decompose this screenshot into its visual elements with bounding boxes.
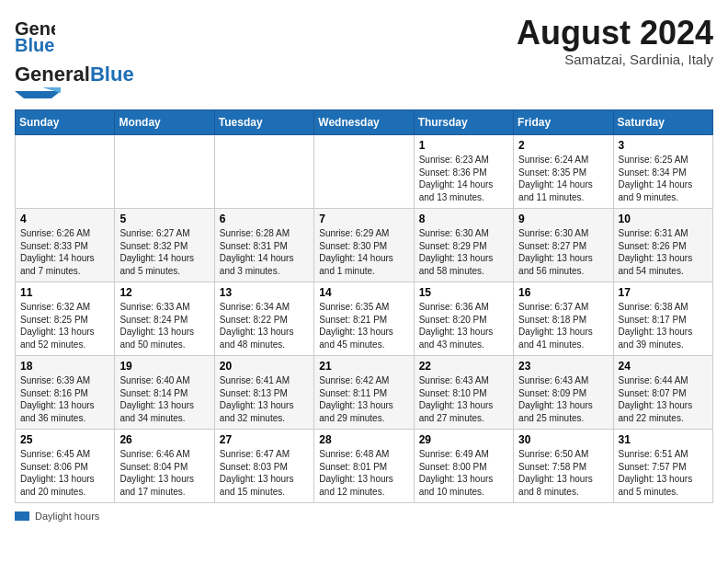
calendar-cell: 2Sunrise: 6:24 AM Sunset: 8:35 PM Daylig… [514,135,613,209]
day-number: 14 [319,286,408,299]
cell-info: Sunrise: 6:51 AM Sunset: 7:57 PM Dayligh… [619,448,708,498]
day-number: 21 [319,360,408,373]
cell-info: Sunrise: 6:38 AM Sunset: 8:17 PM Dayligh… [619,301,708,350]
calendar-day-header: Wednesday [314,110,414,135]
day-number: 20 [220,360,309,373]
day-number: 2 [518,139,608,152]
day-number: 11 [20,286,109,299]
calendar-cell: 16Sunrise: 6:37 AM Sunset: 8:18 PM Dayli… [514,282,613,356]
cell-info: Sunrise: 6:23 AM Sunset: 8:36 PM Dayligh… [419,154,508,203]
day-number: 10 [619,213,708,225]
calendar-cell [314,135,414,209]
day-number: 16 [518,286,608,299]
calendar-day-header: Tuesday [214,110,313,135]
calendar-cell: 27Sunrise: 6:47 AM Sunset: 8:03 PM Dayli… [214,430,313,503]
calendar-cell: 18Sunrise: 6:39 AM Sunset: 8:16 PM Dayli… [16,356,115,430]
calendar-day-header: Monday [115,110,214,135]
cell-info: Sunrise: 6:45 AM Sunset: 8:06 PM Dayligh… [20,448,109,498]
day-number: 25 [20,433,109,446]
calendar-cell: 25Sunrise: 6:45 AM Sunset: 8:06 PM Dayli… [16,430,115,503]
day-number: 27 [220,433,309,446]
cell-info: Sunrise: 6:33 AM Sunset: 8:24 PM Dayligh… [119,301,209,350]
calendar-cell: 10Sunrise: 6:31 AM Sunset: 8:26 PM Dayli… [613,209,712,282]
day-number: 1 [419,139,508,152]
cell-info: Sunrise: 6:41 AM Sunset: 8:13 PM Dayligh… [220,374,309,424]
calendar-cell: 3Sunrise: 6:25 AM Sunset: 8:34 PM Daylig… [613,135,712,209]
calendar-cell: 17Sunrise: 6:38 AM Sunset: 8:17 PM Dayli… [613,282,712,356]
calendar-day-header: Friday [514,110,613,135]
calendar-week-row: 11Sunrise: 6:32 AM Sunset: 8:25 PM Dayli… [16,282,713,356]
calendar-cell: 14Sunrise: 6:35 AM Sunset: 8:21 PM Dayli… [314,282,414,356]
calendar-cell: 29Sunrise: 6:49 AM Sunset: 8:00 PM Dayli… [414,430,513,503]
calendar-cell: 26Sunrise: 6:46 AM Sunset: 8:04 PM Dayli… [115,430,214,503]
cell-info: Sunrise: 6:30 AM Sunset: 8:29 PM Dayligh… [419,227,508,277]
cell-info: Sunrise: 6:30 AM Sunset: 8:27 PM Dayligh… [518,227,608,277]
logo-wave [15,87,61,98]
day-number: 26 [119,433,209,446]
day-number: 15 [419,286,508,299]
cell-info: Sunrise: 6:35 AM Sunset: 8:21 PM Dayligh… [319,301,408,350]
calendar-cell: 28Sunrise: 6:48 AM Sunset: 8:01 PM Dayli… [314,430,414,503]
calendar-cell: 24Sunrise: 6:44 AM Sunset: 8:07 PM Dayli… [613,356,712,430]
calendar-day-header: Thursday [414,110,513,135]
day-number: 8 [419,213,508,225]
calendar-cell: 15Sunrise: 6:36 AM Sunset: 8:20 PM Dayli… [414,282,513,356]
logo-blue: Blue [90,63,134,86]
cell-info: Sunrise: 6:26 AM Sunset: 8:33 PM Dayligh… [20,227,109,277]
calendar-cell [214,135,313,209]
day-number: 17 [619,286,708,299]
calendar-cell: 7Sunrise: 6:29 AM Sunset: 8:30 PM Daylig… [314,209,414,282]
cell-info: Sunrise: 6:50 AM Sunset: 7:58 PM Dayligh… [518,448,608,498]
calendar-cell [115,135,214,209]
calendar-cell [16,135,115,209]
cell-info: Sunrise: 6:43 AM Sunset: 8:09 PM Dayligh… [518,374,608,424]
calendar-cell: 31Sunrise: 6:51 AM Sunset: 7:57 PM Dayli… [613,430,712,503]
cell-info: Sunrise: 6:49 AM Sunset: 8:00 PM Dayligh… [419,448,508,498]
cell-info: Sunrise: 6:37 AM Sunset: 8:18 PM Dayligh… [518,301,608,350]
cell-info: Sunrise: 6:28 AM Sunset: 8:31 PM Dayligh… [220,227,309,277]
calendar-cell: 20Sunrise: 6:41 AM Sunset: 8:13 PM Dayli… [214,356,313,430]
month-title: August 2024 [517,15,713,52]
cell-info: Sunrise: 6:31 AM Sunset: 8:26 PM Dayligh… [619,227,708,277]
logo: General Blue GeneralBlue [15,15,134,98]
calendar-table: SundayMondayTuesdayWednesdayThursdayFrid… [15,109,713,503]
cell-info: Sunrise: 6:48 AM Sunset: 8:01 PM Dayligh… [319,448,408,498]
calendar-cell: 13Sunrise: 6:34 AM Sunset: 8:22 PM Dayli… [214,282,313,356]
calendar-cell: 23Sunrise: 6:43 AM Sunset: 8:09 PM Dayli… [514,356,613,430]
calendar-day-header: Sunday [16,110,115,135]
calendar-cell: 9Sunrise: 6:30 AM Sunset: 8:27 PM Daylig… [514,209,613,282]
day-number: 30 [518,433,608,446]
cell-info: Sunrise: 6:27 AM Sunset: 8:32 PM Dayligh… [119,227,209,277]
legend-label: Daylight hours [35,511,99,522]
cell-info: Sunrise: 6:39 AM Sunset: 8:16 PM Dayligh… [20,374,109,424]
day-number: 7 [319,213,408,225]
legend-color-box [15,511,29,521]
day-number: 28 [319,433,408,446]
logo-general: General [15,63,90,86]
calendar-cell: 12Sunrise: 6:33 AM Sunset: 8:24 PM Dayli… [115,282,214,356]
calendar-cell: 11Sunrise: 6:32 AM Sunset: 8:25 PM Dayli… [16,282,115,356]
cell-info: Sunrise: 6:25 AM Sunset: 8:34 PM Dayligh… [619,154,708,203]
day-number: 24 [619,360,708,373]
cell-info: Sunrise: 6:40 AM Sunset: 8:14 PM Dayligh… [119,374,209,424]
calendar-week-row: 1Sunrise: 6:23 AM Sunset: 8:36 PM Daylig… [16,135,713,209]
cell-info: Sunrise: 6:43 AM Sunset: 8:10 PM Dayligh… [419,374,508,424]
cell-info: Sunrise: 6:42 AM Sunset: 8:11 PM Dayligh… [319,374,408,424]
logo-icon: General Blue [15,15,55,55]
legend: Daylight hours [15,511,713,522]
cell-info: Sunrise: 6:47 AM Sunset: 8:03 PM Dayligh… [220,448,309,498]
day-number: 29 [419,433,508,446]
title-block: August 2024 Samatzai, Sardinia, Italy [517,15,713,67]
cell-info: Sunrise: 6:46 AM Sunset: 8:04 PM Dayligh… [119,448,209,498]
calendar-cell: 21Sunrise: 6:42 AM Sunset: 8:11 PM Dayli… [314,356,414,430]
day-number: 19 [119,360,209,373]
cell-info: Sunrise: 6:32 AM Sunset: 8:25 PM Dayligh… [20,301,109,350]
cell-info: Sunrise: 6:34 AM Sunset: 8:22 PM Dayligh… [220,301,309,350]
calendar-week-row: 25Sunrise: 6:45 AM Sunset: 8:06 PM Dayli… [16,430,713,503]
svg-marker-2 [15,91,61,98]
day-number: 22 [419,360,508,373]
calendar-cell: 4Sunrise: 6:26 AM Sunset: 8:33 PM Daylig… [16,209,115,282]
calendar-cell: 6Sunrise: 6:28 AM Sunset: 8:31 PM Daylig… [214,209,313,282]
calendar-week-row: 18Sunrise: 6:39 AM Sunset: 8:16 PM Dayli… [16,356,713,430]
cell-info: Sunrise: 6:44 AM Sunset: 8:07 PM Dayligh… [619,374,708,424]
